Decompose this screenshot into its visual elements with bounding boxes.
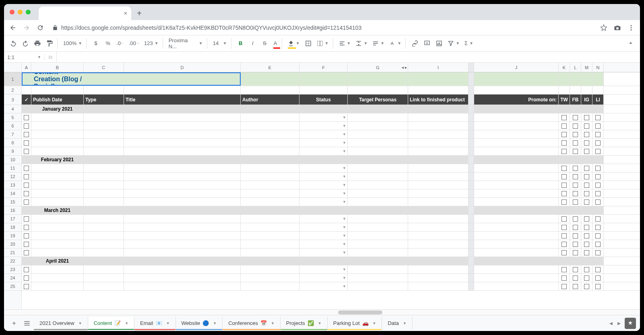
formula-input[interactable] [56,52,640,62]
status-dropdown-arrow[interactable]: ▼ [343,242,346,246]
row-number[interactable]: 14 [4,189,21,198]
cell[interactable] [408,232,469,240]
row-number[interactable]: 2 [4,86,21,95]
insert-chart-button[interactable] [434,38,444,49]
row-number[interactable]: 1 [4,72,21,86]
cell[interactable] [592,223,604,231]
cell[interactable]: ▼ [299,249,348,257]
browser-menu-button[interactable] [626,23,636,33]
promote-checkbox[interactable] [561,123,567,129]
promote-checkbox[interactable] [595,284,601,289]
cell[interactable] [474,181,559,189]
promote-checkbox[interactable] [561,242,567,247]
cell[interactable] [348,130,408,138]
row-checkbox[interactable] [24,123,29,129]
cell[interactable] [348,249,408,257]
cell[interactable] [581,181,592,189]
promote-checkbox[interactable] [584,250,589,255]
cell[interactable]: ▼ [299,113,348,121]
row-number[interactable]: 4 [4,105,21,113]
promote-checkbox[interactable] [573,140,578,146]
cell[interactable] [124,173,241,181]
row-number[interactable]: 23 [4,265,21,274]
merge-cells-button[interactable]: ▼ [315,38,333,49]
cell[interactable] [581,86,592,94]
cell[interactable] [348,164,408,172]
increase-decimal-button[interactable]: .00→ [127,38,141,49]
cell[interactable] [408,223,469,231]
cell[interactable]: ▼ [299,164,348,172]
promote-checkbox[interactable] [561,199,567,205]
cell[interactable] [22,257,31,265]
status-dropdown-arrow[interactable]: ▼ [343,166,346,170]
cell[interactable] [299,86,348,94]
cell[interactable]: TW [559,95,570,105]
cell[interactable] [592,265,604,273]
cell[interactable] [241,198,299,206]
cell[interactable] [592,240,604,248]
cell[interactable] [474,249,559,257]
cell[interactable] [31,282,84,290]
cell[interactable] [241,282,299,290]
sheet-tab[interactable]: 2021 Overview▼ [34,317,88,330]
sheet-tab[interactable]: Website🔵▼ [176,317,223,330]
cell[interactable] [348,240,408,248]
cell[interactable] [84,257,124,265]
cell[interactable] [31,164,84,172]
promote-checkbox[interactable] [584,225,589,230]
cell[interactable] [241,232,299,240]
month-header-cell[interactable]: February 2021 [31,156,84,164]
cell[interactable] [348,198,408,206]
promote-checkbox[interactable] [561,183,567,188]
promote-checkbox[interactable] [584,123,589,129]
cell[interactable]: ✓ [22,95,31,105]
promote-checkbox[interactable] [595,250,601,255]
cell[interactable] [474,173,559,181]
cell[interactable]: ▼ [299,274,348,282]
cell[interactable] [124,265,241,273]
cell[interactable] [22,215,31,223]
promote-checkbox[interactable] [595,166,601,171]
cell[interactable] [581,240,592,248]
cell[interactable] [348,156,408,164]
explore-button[interactable] [625,318,636,329]
cell[interactable] [124,86,241,94]
row-checkbox[interactable] [24,183,29,188]
cell[interactable] [474,147,559,155]
cell[interactable] [474,189,559,197]
promote-checkbox[interactable] [561,267,567,272]
row-checkbox[interactable] [24,250,29,255]
promote-checkbox[interactable] [584,149,589,154]
cell[interactable] [570,274,581,282]
promote-checkbox[interactable] [561,149,567,154]
cell[interactable] [84,223,124,231]
status-dropdown-arrow[interactable]: ▼ [343,225,346,229]
month-header-cell[interactable]: March 2021 [31,206,84,214]
promote-checkbox[interactable] [561,115,567,120]
status-dropdown-arrow[interactable]: ▼ [343,175,346,179]
column-group-toggle[interactable]: ◂ ▸ [402,65,407,70]
paint-format-button[interactable] [44,38,58,49]
cell[interactable]: Target Personas [348,95,408,105]
cell[interactable] [31,249,84,257]
promote-checkbox[interactable] [595,140,601,146]
cell[interactable] [559,122,570,130]
promote-checkbox[interactable] [595,199,601,205]
cell[interactable] [124,223,241,231]
cell[interactable] [299,257,348,265]
status-dropdown-arrow[interactable]: ▼ [343,200,346,204]
cell[interactable] [241,181,299,189]
minimize-window-button[interactable] [18,10,23,14]
decrease-decimal-button[interactable]: .0← [115,38,126,49]
cell[interactable] [408,156,469,164]
cell[interactable] [559,130,570,138]
cell[interactable] [241,164,299,172]
cell[interactable] [84,189,124,197]
cell[interactable] [581,105,592,113]
cell[interactable] [31,232,84,240]
cell[interactable] [31,113,84,121]
row-checkbox[interactable] [24,233,29,238]
cell[interactable] [570,198,581,206]
promote-checkbox[interactable] [573,233,578,238]
cell[interactable]: ▼ [299,147,348,155]
